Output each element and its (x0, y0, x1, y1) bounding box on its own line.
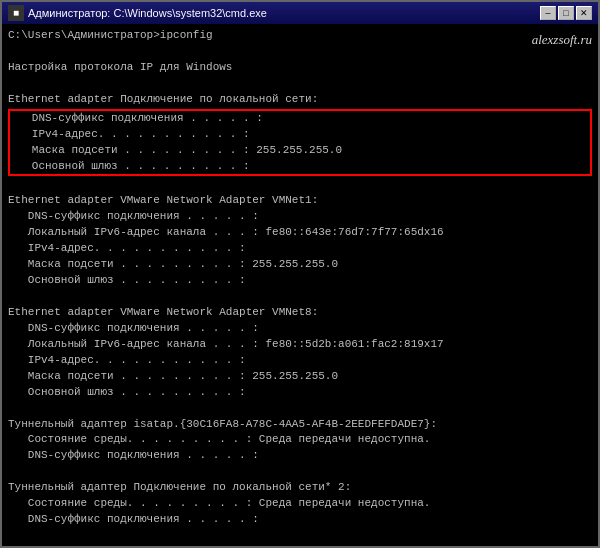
block-vmnet8-header: Ethernet adapter VMware Network Adapter … (8, 305, 592, 321)
vmnet8-line-2: IPv4-адрес. . . . . . . . . . . : (8, 353, 592, 369)
vmnet1-line-3: Маска подсети . . . . . . . . . : 255.25… (8, 257, 592, 273)
window-controls: – □ ✕ (540, 6, 592, 20)
minimize-button[interactable]: – (540, 6, 556, 20)
close-button[interactable]: ✕ (576, 6, 592, 20)
cmd-window: ■ Администратор: C:\Windows\system32\cmd… (0, 0, 600, 548)
window-title: Администратор: C:\Windows\system32\cmd.e… (28, 7, 267, 19)
block-eth-local-header: Ethernet adapter Подключение по локально… (8, 92, 592, 108)
vmnet8-line-3: Маска подсети . . . . . . . . . : 255.25… (8, 369, 592, 385)
prompt-line: C:\Users\Администратор>ipconfig (8, 28, 592, 44)
title-bar-left: ■ Администратор: C:\Windows\system32\cmd… (8, 5, 267, 21)
vmnet1-line-1: Локальный IPv6-адрес канала . . . : fe80… (8, 225, 592, 241)
local2-line-1: DNS-суффикс подключения . . . . . : (8, 512, 592, 528)
vmnet8-line-1: Локальный IPv6-адрес канала . . . : fe80… (8, 337, 592, 353)
block-isatap1-header: Туннельный адаптер isatap.{30C16FA8-A78C… (8, 417, 592, 433)
vmnet1-line-0: DNS-суффикс подключения . . . . . : (8, 209, 592, 225)
vmnet8-line-4: Основной шлюз . . . . . . . . . : (8, 385, 592, 401)
terminal-content: alexzsoft.ru C:\Users\Администратор>ipco… (2, 24, 598, 546)
isatap1-line-0: Состояние среды. . . . . . . . . : Среда… (8, 432, 592, 448)
vmnet1-line-4: Основной шлюз . . . . . . . . . : (8, 273, 592, 289)
vmnet1-line-2: IPv4-адрес. . . . . . . . . . . : (8, 241, 592, 257)
eth-local-line-3: Основной шлюз . . . . . . . . . : (12, 159, 588, 175)
cmd-icon: ■ (8, 5, 24, 21)
eth-local-line-2: Маска подсети . . . . . . . . . : 255.25… (12, 143, 588, 159)
eth-local-line-0: DNS-суффикс подключения . . . . . : (12, 111, 588, 127)
maximize-button[interactable]: □ (558, 6, 574, 20)
subtitle-text: Настройка протокола IP для Windows (8, 60, 592, 76)
title-bar: ■ Администратор: C:\Windows\system32\cmd… (2, 2, 598, 24)
eth-local-line-1: IPv4-адрес. . . . . . . . . . . : (12, 127, 588, 143)
block-isatap2-header: Туннельный адаптер isatap.{FB980E72-AD9C… (8, 544, 592, 546)
block-vmnet1-header: Ethernet adapter VMware Network Adapter … (8, 193, 592, 209)
subtitle-line (8, 44, 592, 60)
vmnet8-line-0: DNS-суффикс подключения . . . . . : (8, 321, 592, 337)
highlight-box: DNS-суффикс подключения . . . . . : IPv4… (8, 109, 592, 177)
block-local2-header: Туннельный адаптер Подключение по локаль… (8, 480, 592, 496)
local2-line-0: Состояние среды. . . . . . . . . : Среда… (8, 496, 592, 512)
isatap1-line-1: DNS-суффикс подключения . . . . . : (8, 448, 592, 464)
